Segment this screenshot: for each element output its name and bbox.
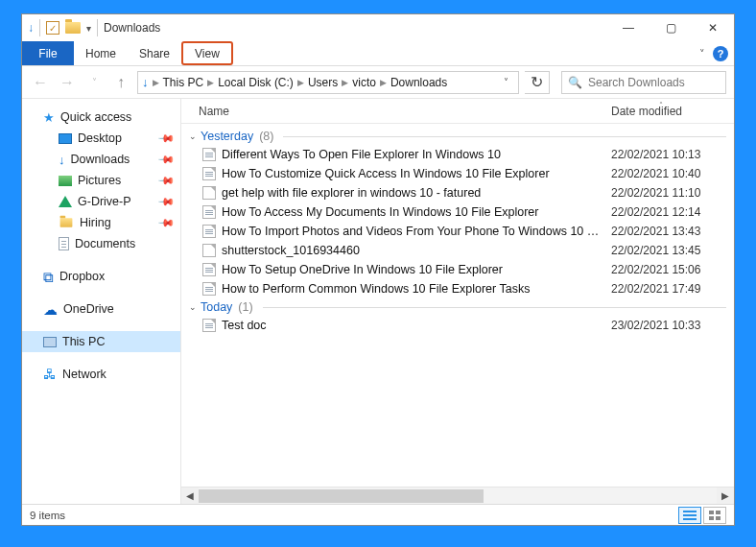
refresh-button[interactable]: ↻ — [525, 71, 550, 94]
ribbon-expand-icon[interactable]: ˅ — [699, 48, 705, 60]
file-name: How To Setup OneDrive In Windows 10 File… — [222, 263, 605, 276]
file-row[interactable]: shutterstock_101693446022/02/2021 13:45 — [181, 241, 734, 260]
pin-icon: 📌 — [156, 213, 175, 231]
tab-file[interactable]: File — [22, 41, 74, 65]
chevron-right-icon[interactable]: ▶ — [297, 78, 304, 87]
address-dropdown-icon[interactable]: ˅ — [504, 77, 508, 87]
tab-home[interactable]: Home — [74, 41, 128, 65]
file-row[interactable]: Test doc23/02/2021 10:33 — [181, 316, 734, 335]
search-box[interactable]: 🔍 — [561, 71, 726, 94]
file-date: 22/02/2021 12:14 — [611, 205, 734, 219]
documents-icon — [59, 237, 69, 250]
navigation-pane[interactable]: ★ Quick access Desktop📌 ↓Downloads📌 Pict… — [22, 99, 181, 504]
file-icon — [202, 244, 216, 257]
address-bar[interactable]: ↓ ▶ This PC▶ Local Disk (C:)▶ Users▶ vic… — [137, 71, 519, 94]
maximize-button[interactable]: ▢ — [650, 14, 692, 41]
status-bar: 9 items — [22, 504, 734, 525]
folder-icon — [60, 218, 73, 227]
svg-rect-1 — [683, 514, 697, 516]
item-count: 9 items — [30, 510, 65, 521]
crumb-users[interactable]: Users▶ — [308, 76, 348, 89]
recent-locations-icon[interactable]: ˅ — [83, 72, 105, 93]
chevron-right-icon[interactable]: ▶ — [380, 78, 387, 87]
group-header[interactable]: ⌄Today(1) — [181, 298, 734, 316]
file-date: 22/02/2021 13:45 — [611, 244, 734, 257]
star-icon: ★ — [43, 110, 55, 125]
properties-qat-icon[interactable]: ✓ — [46, 21, 59, 35]
new-folder-qat-icon[interactable] — [65, 22, 81, 34]
onedrive-icon: ☁ — [43, 302, 58, 317]
sidebar-item-desktop[interactable]: Desktop📌 — [22, 128, 180, 149]
file-list[interactable]: ⌄Yesterday(8)Different Ways To Open File… — [181, 124, 734, 487]
chevron-right-icon[interactable]: ▶ — [207, 78, 214, 87]
file-list-pane: Name ˄ Date modified ⌄Yesterday(8)Differ… — [181, 99, 734, 504]
file-row[interactable]: How To Setup OneDrive In Windows 10 File… — [181, 260, 734, 279]
scroll-thumb[interactable] — [199, 489, 484, 503]
forward-button[interactable]: → — [57, 72, 78, 93]
column-date-modified[interactable]: ˄ Date modified — [611, 105, 734, 118]
qat-customize-icon[interactable]: ▾ — [86, 23, 91, 34]
details-view-button[interactable] — [678, 507, 701, 524]
help-icon[interactable]: ? — [713, 46, 728, 61]
file-date: 22/02/2021 17:49 — [611, 282, 734, 296]
navigation-row: ← → ˅ ↑ ↓ ▶ This PC▶ Local Disk (C:)▶ Us… — [22, 66, 734, 99]
close-button[interactable]: ✕ — [692, 14, 734, 41]
sidebar-item-documents[interactable]: Documents — [22, 233, 180, 254]
sort-indicator-icon: ˄ — [659, 101, 663, 109]
column-name[interactable]: Name — [199, 105, 611, 118]
file-row[interactable]: How To Access My Documents In Windows 10… — [181, 202, 734, 222]
svg-rect-5 — [709, 516, 714, 520]
sidebar-quick-access[interactable]: ★ Quick access — [22, 107, 180, 128]
qat-divider — [39, 19, 40, 36]
scroll-left-button[interactable]: ◀ — [181, 488, 199, 504]
ribbon-tabs: File Home Share View ˅ ? — [22, 41, 734, 66]
sidebar-item-pictures[interactable]: Pictures📌 — [22, 170, 180, 191]
file-icon — [202, 167, 216, 180]
file-row[interactable]: Different Ways To Open File Explorer In … — [181, 145, 734, 164]
file-row[interactable]: How To Import Photos and Videos From You… — [181, 222, 734, 241]
crumb-local-disk[interactable]: Local Disk (C:)▶ — [218, 76, 304, 89]
sidebar-item-network[interactable]: 🖧Network — [22, 364, 180, 385]
sidebar-item-downloads[interactable]: ↓Downloads📌 — [22, 149, 180, 170]
crumb-downloads[interactable]: Downloads — [390, 76, 447, 89]
chevron-down-icon: ⌄ — [189, 131, 197, 141]
file-icon — [202, 225, 216, 238]
file-row[interactable]: get help with file explorer in windows 1… — [181, 183, 734, 202]
sidebar-item-hiring[interactable]: Hiring📌 — [22, 212, 180, 233]
desktop-icon — [59, 133, 72, 144]
crumb-user[interactable]: victo▶ — [352, 76, 387, 89]
tab-view[interactable]: View — [181, 41, 233, 65]
crumb-this-pc[interactable]: This PC▶ — [163, 76, 215, 89]
scroll-right-button[interactable]: ▶ — [717, 488, 734, 504]
svg-rect-2 — [683, 518, 697, 520]
sidebar-item-dropbox[interactable]: ⧉Dropbox — [22, 266, 180, 287]
horizontal-scrollbar[interactable]: ◀ ▶ — [181, 487, 734, 504]
file-row[interactable]: How to Perform Common Windows 10 File Ex… — [181, 279, 734, 298]
up-button[interactable]: ↑ — [110, 72, 131, 93]
sidebar-item-this-pc[interactable]: This PC — [22, 331, 180, 352]
back-button[interactable]: ← — [30, 72, 51, 93]
window-title: Downloads — [104, 21, 160, 35]
minimize-button[interactable]: — — [607, 14, 650, 41]
group-header[interactable]: ⌄Yesterday(8) — [181, 128, 734, 145]
sidebar-item-gdrive[interactable]: G-Drive-P📌 — [22, 191, 180, 212]
file-icon — [202, 319, 216, 332]
chevron-right-icon[interactable]: ▶ — [153, 78, 159, 87]
file-name: get help with file explorer in windows 1… — [222, 186, 605, 200]
chevron-right-icon[interactable]: ▶ — [342, 78, 348, 87]
sidebar-item-onedrive[interactable]: ☁OneDrive — [22, 298, 180, 320]
file-icon — [202, 148, 216, 161]
file-icon — [202, 186, 216, 200]
group-count: (8) — [259, 130, 273, 143]
qat-divider — [97, 19, 98, 36]
file-name: Test doc — [222, 319, 605, 332]
search-input[interactable] — [588, 76, 720, 89]
column-headers: Name ˄ Date modified — [181, 99, 734, 124]
file-row[interactable]: How To Customize Quick Access In Windows… — [181, 164, 734, 183]
large-icons-view-button[interactable] — [703, 507, 726, 524]
tab-share[interactable]: Share — [128, 41, 181, 65]
scroll-track[interactable] — [199, 488, 717, 504]
svg-rect-4 — [716, 511, 721, 514]
chevron-down-icon: ⌄ — [189, 302, 197, 312]
location-icon: ↓ — [142, 75, 149, 89]
